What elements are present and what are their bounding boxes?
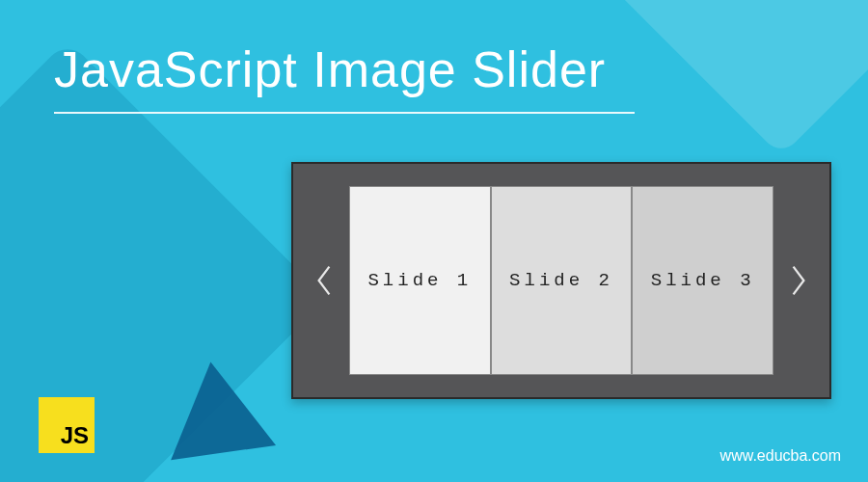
- slide-label: Slide 3: [651, 270, 755, 291]
- page-title: JavaScript Image Slider: [54, 40, 635, 114]
- slide-label: Slide 2: [509, 270, 613, 291]
- slide-item[interactable]: Slide 2: [491, 186, 633, 375]
- js-logo: JS: [39, 397, 95, 453]
- prev-arrow-button[interactable]: [307, 263, 341, 298]
- slide-item[interactable]: Slide 3: [632, 186, 773, 375]
- slide-label: Slide 1: [367, 270, 472, 291]
- next-arrow-button[interactable]: [781, 263, 816, 298]
- slide-item[interactable]: Slide 1: [349, 186, 491, 375]
- slides-track: Slide 1 Slide 2 Slide 3: [349, 186, 773, 375]
- background-triangle: [158, 355, 276, 460]
- chevron-left-icon: [313, 263, 335, 298]
- chevron-right-icon: [788, 263, 809, 298]
- attribution-text: www.educba.com: [720, 447, 841, 465]
- image-slider: Slide 1 Slide 2 Slide 3: [291, 162, 831, 399]
- js-logo-text: JS: [61, 422, 89, 449]
